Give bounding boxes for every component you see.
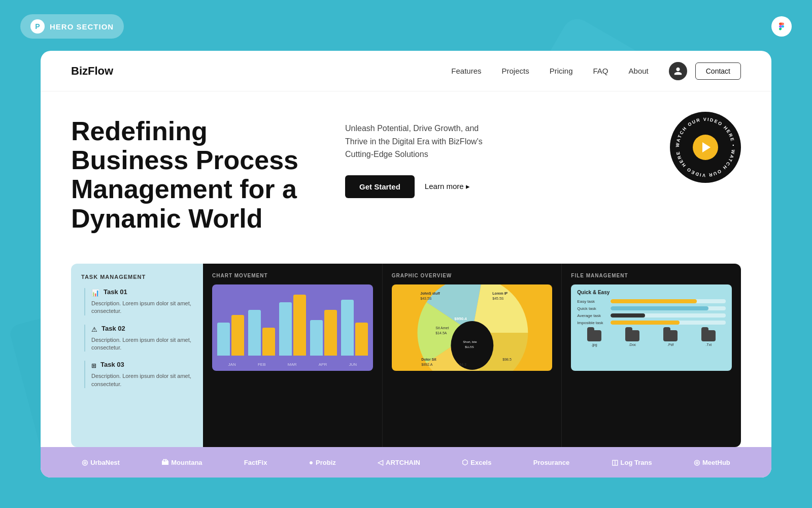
- file-management-panel: FILE MANAGEMENT Quick & Easy Easy task Q…: [562, 264, 741, 447]
- contact-button[interactable]: Contact: [695, 62, 741, 80]
- logtrans-icon: ◫: [612, 458, 618, 466]
- video-ring[interactable]: WATCH OUR VIDEO HERE • WATCH OUR VIDEO H…: [670, 112, 741, 183]
- file-subtitle: Quick & Easy: [577, 290, 726, 295]
- progress-label-easy: Easy task: [577, 299, 607, 304]
- progress-fill-quick: [611, 306, 708, 310]
- graphic-overview-title: GRAPHIC OVERVIEW: [392, 273, 553, 278]
- bar-mar-blue: [279, 302, 292, 356]
- folder-pdf-icon: [663, 330, 678, 341]
- probiz-icon: ●: [309, 458, 313, 466]
- meethub-label: MeetHub: [702, 459, 730, 466]
- pie-chart-svg: JohnS stuff $43.5S Lorem IP $45.5S $950.…: [392, 284, 553, 371]
- task-divider-2: [84, 325, 85, 352]
- nav-actions: Contact: [669, 62, 741, 80]
- svg-text:Lorem IP: Lorem IP: [492, 292, 507, 295]
- file-label-jpg: .jpg: [591, 343, 597, 346]
- dashboard: TASK MANAGEMENT 📊 Task 01 Description. L…: [71, 264, 741, 447]
- svg-text:$43.5S: $43.5S: [420, 297, 432, 300]
- prosurance-label: Prosurance: [533, 459, 570, 466]
- bar-group-jun: [341, 300, 368, 356]
- label-feb: FEB: [258, 362, 266, 367]
- label-jun: JUN: [349, 362, 357, 367]
- top-bar: P HERO SECTION: [0, 14, 812, 39]
- file-management-title: FILE MANAGEMENT: [571, 273, 732, 278]
- svg-text:$98.5: $98.5: [502, 358, 512, 361]
- nav-item-about[interactable]: About: [629, 67, 649, 76]
- folder-txt-icon: [701, 330, 716, 341]
- progress-row-easy: Easy task: [577, 299, 726, 304]
- hero-buttons: Get Started Learn more ▸: [345, 175, 639, 198]
- progress-bg-average: [611, 313, 726, 318]
- get-started-button[interactable]: Get Started: [345, 175, 415, 198]
- brand-logo: BizFlow: [71, 65, 113, 78]
- factfix-label: FactFix: [244, 459, 267, 466]
- nav-item-projects[interactable]: Projects: [501, 67, 529, 76]
- bar-feb-blue: [248, 310, 261, 356]
- figma-icon[interactable]: [771, 16, 792, 37]
- progress-fill-imposible: [611, 321, 680, 325]
- nav-item-faq[interactable]: FAQ: [593, 67, 608, 76]
- svg-text:$14.5A: $14.5A: [435, 331, 447, 335]
- navbar: BizFlow Features Projects Pricing FAQ Ab…: [41, 51, 771, 91]
- task-management-panel: TASK MANAGEMENT 📊 Task 01 Description. L…: [71, 264, 203, 447]
- bar-jan-yellow: [231, 315, 244, 356]
- svg-text:$892.A: $892.A: [421, 363, 433, 366]
- file-label-pdf: .Pdf: [667, 343, 673, 346]
- partner-meethub: ◎ MeetHub: [694, 458, 730, 466]
- file-label-doc: .Doc: [629, 343, 636, 346]
- task-item-1: 📊 Task 01 Description. Lorem ipsum dolor…: [81, 288, 193, 315]
- nav-links: Features Projects Pricing FAQ About: [451, 67, 648, 76]
- mountana-icon: 🏔: [161, 458, 168, 466]
- svg-text:Dolor Sit: Dolor Sit: [421, 358, 436, 361]
- graphic-overview-panel: GRAPHIC OVERVIEW: [383, 264, 562, 447]
- hero-section: Redefining Business Process Management f…: [41, 91, 771, 264]
- excels-icon: ⬡: [462, 458, 468, 466]
- partner-logtrans: ◫ Log Trans: [612, 458, 652, 466]
- partner-artchain: ◁ ARTCHAIN: [378, 458, 420, 466]
- file-icons-row: .jpg .Doc .Pdf .Txt: [577, 330, 726, 346]
- bar-jun-blue: [341, 300, 354, 356]
- svg-text:Short, bite: Short, bite: [463, 340, 477, 343]
- urbanest-icon: ◎: [82, 458, 88, 466]
- probiz-label: Probiz: [316, 459, 336, 466]
- svg-text:$LL5S: $LL5S: [465, 345, 473, 348]
- bar-apr-blue: [310, 320, 323, 356]
- hero-left: Redefining Business Process Management f…: [71, 117, 315, 248]
- bar-group-mar: [279, 295, 306, 356]
- nav-item-pricing[interactable]: Pricing: [550, 67, 573, 76]
- partner-prosurance: Prosurance: [533, 459, 570, 466]
- partner-mountana: 🏔 Mountana: [161, 458, 202, 466]
- task-divider-3: [84, 361, 85, 388]
- task-divider-1: [84, 288, 85, 315]
- svg-text:JohnS stuff: JohnS stuff: [420, 292, 440, 295]
- task-2-desc: Description. Lorem ipsum dolor sit amet,…: [91, 336, 193, 352]
- partner-bar: ◎ UrbaNest 🏔 Mountana FactFix ● Probiz ◁…: [41, 447, 771, 478]
- folder-doc-icon: [625, 330, 639, 341]
- hero-label-icon: P: [30, 19, 45, 34]
- artchain-label: ARTCHAIN: [386, 459, 420, 466]
- graphic-area: JohnS stuff $43.5S Lorem IP $45.5S $950.…: [392, 284, 553, 371]
- nav-item-features[interactable]: Features: [451, 67, 481, 76]
- progress-label-imposible: Imposible task: [577, 321, 607, 325]
- video-play-button[interactable]: [693, 135, 718, 160]
- file-label-txt: .Txt: [706, 343, 712, 346]
- partner-excels: ⬡ Excels: [462, 458, 491, 466]
- user-avatar-icon[interactable]: [669, 62, 687, 80]
- svg-text:Sit Amet: Sit Amet: [435, 326, 449, 330]
- bar-group-feb: [248, 310, 275, 356]
- task-1-desc: Description. Lorem ipsum dolor sit amet,…: [91, 300, 193, 315]
- progress-bg-quick: [611, 306, 726, 310]
- bar-feb-yellow: [262, 328, 275, 356]
- learn-more-link[interactable]: Learn more ▸: [425, 182, 470, 191]
- task-1-title: Task 01: [104, 288, 127, 296]
- progress-bg-easy: [611, 299, 726, 303]
- urbanest-label: UrbaNest: [90, 459, 120, 466]
- label-apr: APR: [319, 362, 327, 367]
- progress-row-average: Average task: [577, 313, 726, 318]
- progress-label-quick: Quick task: [577, 306, 607, 311]
- dark-panels: CHART MOVEMENT: [203, 264, 741, 447]
- video-circle[interactable]: WATCH OUR VIDEO HERE • WATCH OUR VIDEO H…: [670, 112, 741, 183]
- file-icon-txt: .Txt: [701, 330, 716, 346]
- chart-movement-panel: CHART MOVEMENT: [203, 264, 383, 447]
- hero-heading: Redefining Business Process Management f…: [71, 117, 315, 233]
